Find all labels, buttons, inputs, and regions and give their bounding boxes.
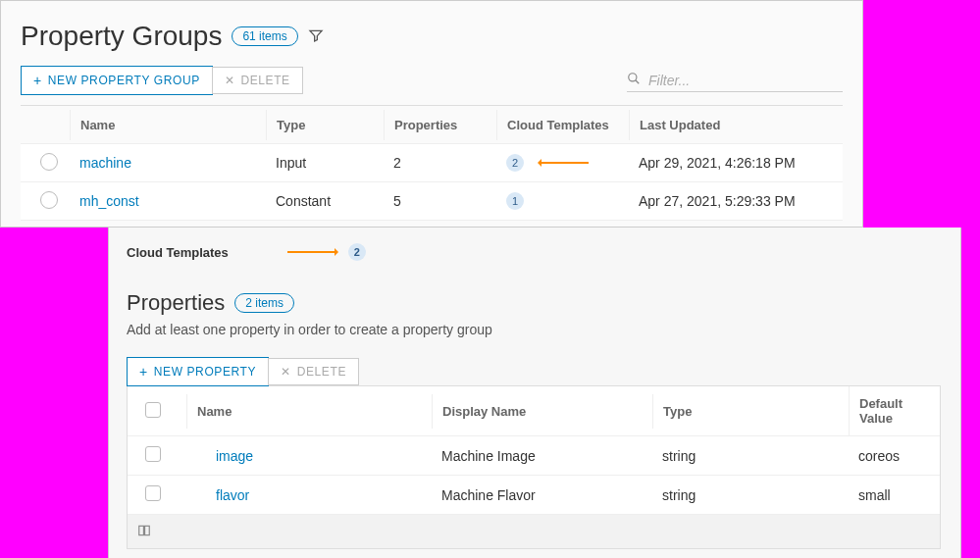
groups-toolbar: + New Property Group ✕ Delete [21,66,843,95]
cloud-templates-badge[interactable]: 1 [506,192,524,210]
group-last-updated: Apr 29, 2021, 4:26:18 PM [629,147,843,178]
col-name[interactable]: Name [186,394,432,429]
property-type: string [652,478,849,513]
page-title: Property Groups [21,21,222,52]
cloud-templates-count-badge[interactable]: 2 [348,243,366,261]
col-cloud-templates[interactable]: Cloud Templates [496,110,629,140]
col-type[interactable]: Type [652,394,849,429]
filter-input[interactable] [646,72,843,89]
annotation-arrow-icon [540,162,589,164]
group-type: Constant [266,185,384,217]
row-radio[interactable] [40,153,58,171]
table-row[interactable]: machine Input 2 2 Apr 29, 2021, 4:26:18 … [21,144,843,182]
table-row[interactable]: image Machine Image string coreos [128,436,940,476]
cloud-templates-summary: Cloud Templates 2 [127,243,941,261]
properties-title-row: Properties 2 items [127,290,941,316]
row-checkbox[interactable] [145,446,161,462]
col-last-updated[interactable]: Last Updated [629,110,843,140]
col-display-name[interactable]: Display Name [432,394,652,429]
properties-title: Properties [127,290,225,316]
group-last-updated: Apr 27, 2021, 5:29:33 PM [629,185,843,217]
properties-count-pill: 2 items [234,293,294,313]
row-radio[interactable] [40,191,58,209]
new-property-group-label: New Property Group [48,74,200,87]
group-name-link[interactable]: mh_const [79,193,139,209]
col-name[interactable]: Name [70,110,266,140]
property-default-value: coreos [849,438,940,474]
property-default-value: small [849,478,940,513]
group-name-link[interactable]: machine [79,155,131,171]
page-title-row: Property Groups 61 items [21,21,843,52]
new-property-label: New Property [154,365,256,379]
group-properties-count: 5 [384,185,496,217]
property-type: string [652,438,849,474]
properties-toolbar: + New Property ✕ Delete [127,357,941,386]
properties-table-footer [128,515,940,548]
columns-icon[interactable] [137,524,151,540]
svg-line-1 [636,80,640,84]
property-name-link[interactable]: image [216,448,253,464]
close-icon: ✕ [225,74,235,87]
plus-icon: + [33,73,42,88]
plus-icon: + [139,364,148,380]
groups-table-header: Name Type Properties Cloud Templates Las… [21,106,843,144]
group-detail-panel: Cloud Templates 2 Properties 2 items Add… [108,228,961,558]
property-display-name: Machine Flavor [432,478,652,513]
new-property-button[interactable]: + New Property [127,357,269,386]
search-icon [627,72,641,88]
col-type[interactable]: Type [266,110,384,140]
filter-search-box[interactable] [627,70,843,92]
property-display-name: Machine Image [432,438,652,474]
cloud-templates-badge[interactable]: 2 [506,154,524,172]
property-groups-panel: Property Groups 61 items + New Property … [0,0,863,228]
groups-table: Name Type Properties Cloud Templates Las… [21,105,843,221]
properties-table: Name Display Name Type Default Value ima… [127,385,941,549]
table-row[interactable]: mh_const Constant 5 1 Apr 27, 2021, 5:29… [21,182,843,221]
delete-groups-label: Delete [240,74,289,87]
svg-rect-2 [139,526,144,534]
property-name-link[interactable]: flavor [216,487,249,503]
group-type: Input [266,147,384,178]
properties-table-header: Name Display Name Type Default Value [128,386,940,436]
filter-icon[interactable] [308,27,324,46]
new-property-group-button[interactable]: + New Property Group [21,66,213,95]
col-properties[interactable]: Properties [384,110,496,140]
annotation-arrow-icon [287,251,336,253]
table-row[interactable]: flavor Machine Flavor string small [128,476,940,515]
items-count-pill: 61 items [232,26,297,46]
row-checkbox[interactable] [145,485,161,501]
svg-rect-3 [145,526,150,534]
delete-groups-button[interactable]: ✕ Delete [212,67,303,94]
select-all-checkbox[interactable] [145,402,161,418]
group-properties-count: 2 [384,147,496,178]
properties-helper-text: Add at least one property in order to cr… [127,322,941,337]
svg-point-0 [629,74,637,81]
delete-property-button[interactable]: ✕ Delete [268,358,359,385]
col-default-value[interactable]: Default Value [849,386,940,435]
close-icon: ✕ [281,365,291,379]
cloud-templates-label: Cloud Templates [127,245,229,260]
delete-property-label: Delete [297,365,346,379]
